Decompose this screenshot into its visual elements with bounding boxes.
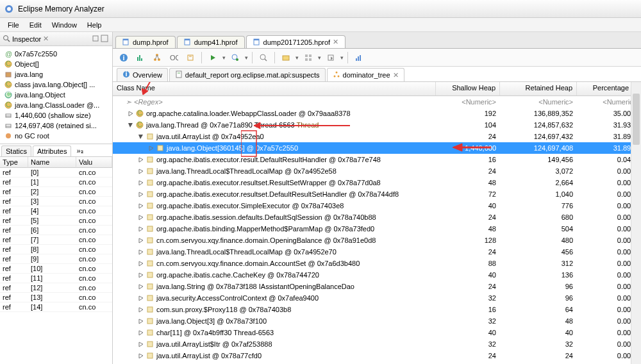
expand-icon[interactable] — [137, 260, 144, 267]
editor-tab[interactable]: dump.hprof — [115, 36, 176, 48]
maximize-icon[interactable] — [101, 35, 110, 44]
attribute-row[interactable]: ref[12]cn.co — [0, 283, 112, 293]
expand-icon[interactable] — [137, 318, 144, 325]
tab-statics[interactable]: Statics — [1, 145, 31, 156]
table-row[interactable]: org.apache.ibatis.binding.MapperMethod$P… — [113, 223, 641, 235]
table-row[interactable]: cn.com.servyou.xqy.finance.domain.Openin… — [113, 235, 641, 246]
attribute-row[interactable]: ref[3]cn.co — [0, 197, 112, 206]
editor-tab[interactable]: dump20171205.hprof ✕ — [246, 35, 346, 48]
attribute-row[interactable]: ref[14]cn.co — [0, 302, 112, 312]
thread-button[interactable] — [183, 51, 197, 65]
expand-icon[interactable] — [137, 295, 144, 302]
inspector-node[interactable]: @0x7a57c2550 — [1, 49, 111, 59]
inspector-node[interactable]: Cclass java.lang.Object[] ... — [1, 79, 111, 90]
expand-icon[interactable] — [137, 329, 144, 336]
expand-icon[interactable] — [137, 203, 144, 210]
table-row[interactable]: cn.com.servyou.xqy.finance.domain.Accoun… — [113, 258, 641, 269]
expand-icon[interactable] — [137, 341, 144, 348]
attribute-row[interactable]: ref[2]cn.co — [0, 187, 112, 197]
table-row[interactable]: org.apache.ibatis.executor.resultset.Def… — [113, 188, 641, 200]
inspector-node[interactable]: CObject[] — [1, 59, 111, 69]
inspector-node[interactable]: 124,697,408 (retained si... — [1, 120, 111, 131]
expand-icon[interactable] — [137, 283, 144, 290]
oql-button[interactable]: OQL — [167, 51, 181, 65]
attribute-row[interactable]: ref[6]cn.co — [0, 226, 112, 235]
menu-help[interactable]: Help — [82, 20, 107, 30]
menu-file[interactable]: File — [3, 20, 24, 30]
attribute-row[interactable]: ref[11]cn.co — [0, 274, 112, 283]
table-row[interactable]: Cjava.lang.Thread @ 0x7ae71a890 Thread-6… — [113, 119, 641, 131]
editor-tab[interactable]: dump41.hprof — [177, 36, 245, 48]
expand-icon[interactable] — [137, 226, 144, 233]
table-row[interactable]: java.lang.ThreadLocal$ThreadLocalMap @ 0… — [113, 165, 641, 177]
attribute-row[interactable]: ref[4]cn.co — [0, 206, 112, 216]
query-button[interactable] — [228, 51, 242, 65]
table-row[interactable]: org.apache.ibatis.executor.result.Defaul… — [113, 361, 641, 364]
attribute-row[interactable]: ref[7]cn.co — [0, 235, 112, 245]
tab-attributes[interactable]: Attributes — [33, 145, 71, 156]
table-row[interactable]: Corg.apache.catalina.loader.WebappClassL… — [113, 108, 641, 119]
table-row[interactable]: org.apache.ibatis.executor.resultset.Res… — [113, 177, 641, 188]
dominator-tree-button[interactable] — [150, 51, 164, 65]
col-name[interactable]: Name — [28, 157, 76, 168]
tab-more[interactable]: »₂ — [72, 145, 87, 156]
find-button[interactable] — [256, 51, 271, 65]
attribute-row[interactable]: ref[10]cn.co — [0, 264, 112, 274]
table-row[interactable]: java.lang.ThreadLocal$ThreadLocalMap @ 0… — [113, 246, 641, 258]
table-row[interactable]: char[11] @ 0x7a4b9ff30 Thread-656340400.… — [113, 327, 641, 338]
menu-edit[interactable]: Edit — [24, 20, 47, 30]
subtab-dominator_tree[interactable]: dominator_tree ✕ — [327, 68, 404, 81]
attribute-row[interactable]: ref[8]cn.co — [0, 245, 112, 254]
col-classname[interactable]: Class Name — [113, 82, 436, 95]
col-shallow[interactable]: Shallow Heap — [436, 82, 500, 95]
expand-icon[interactable] — [137, 249, 144, 256]
inspector-node[interactable]: Cjava.lang.Object — [1, 90, 111, 100]
expand-icon[interactable] — [137, 179, 144, 186]
close-icon[interactable]: ✕ — [333, 38, 338, 46]
table-row[interactable]: java.util.ArrayList @ 0x7a4952ea024124,6… — [113, 131, 641, 142]
table-row[interactable]: org.apache.ibatis.cache.CacheKey @ 0x78a… — [113, 269, 641, 281]
expand-icon[interactable] — [137, 272, 144, 279]
table-row[interactable]: java.util.ArrayList$Itr @ 0x7af253888323… — [113, 338, 641, 350]
table-row[interactable]: java.util.ArrayList @ 0x78a77cfd024240.0… — [113, 350, 641, 361]
info-button[interactable]: i — [117, 51, 131, 65]
minimize-icon[interactable] — [92, 35, 101, 44]
close-icon[interactable]: ✕ — [393, 71, 399, 79]
table-row[interactable]: java.lang.String @ 0x78a73f188 IAssistan… — [113, 281, 641, 292]
inspector-node[interactable]: Cjava.lang.ClassLoader @... — [1, 100, 111, 110]
expand-icon[interactable] — [127, 110, 134, 117]
attribute-row[interactable]: ref[9]cn.co — [0, 254, 112, 264]
subtab-default_report[interactable]: default_report org.eclipse.mat.api:suspe… — [169, 68, 326, 81]
expand-icon[interactable] — [137, 191, 144, 198]
regex-filter-row[interactable]: ➣<Regex> <Numeric> <Numeric> <Numeric> — [113, 96, 641, 108]
expand-icon[interactable] — [127, 122, 134, 129]
export-button[interactable] — [324, 51, 338, 65]
expand-icon[interactable] — [137, 156, 144, 163]
group-button[interactable] — [301, 51, 315, 65]
table-row[interactable]: java.lang.Object[360145] @ 0x7a57c25501,… — [113, 142, 641, 154]
col-value[interactable]: Valu — [76, 157, 112, 168]
attribute-row[interactable]: ref[5]cn.co — [0, 216, 112, 226]
inspector-node[interactable]: no GC root — [1, 131, 111, 141]
chart-button[interactable] — [352, 51, 366, 65]
subtab-overview[interactable]: iOverview — [117, 68, 168, 81]
col-type[interactable]: Type — [0, 157, 28, 168]
expand-icon[interactable] — [137, 306, 144, 313]
table-row[interactable]: java.security.AccessControlContext @ 0x7… — [113, 292, 641, 304]
inspector-node[interactable]: 1,440,600 (shallow size) — [1, 110, 111, 120]
run-button[interactable] — [206, 51, 220, 65]
table-row[interactable]: java.lang.Object[3] @ 0x78a73f10032480.0… — [113, 315, 641, 327]
col-retained[interactable]: Retained Heap — [500, 82, 577, 95]
histogram-button[interactable] — [133, 51, 147, 65]
nav-button[interactable] — [279, 51, 293, 65]
expand-icon[interactable] — [137, 133, 144, 140]
expand-icon[interactable] — [147, 145, 154, 152]
menu-window[interactable]: Window — [47, 20, 82, 30]
expand-icon[interactable] — [137, 214, 144, 221]
attribute-row[interactable]: ref[0]cn.co — [0, 168, 112, 178]
expand-icon[interactable] — [137, 237, 144, 244]
attribute-row[interactable]: ref[13]cn.co — [0, 293, 112, 302]
close-icon[interactable]: ✕ — [43, 35, 49, 43]
inspector-node[interactable]: java.lang — [1, 69, 111, 79]
expand-icon[interactable] — [137, 352, 144, 360]
